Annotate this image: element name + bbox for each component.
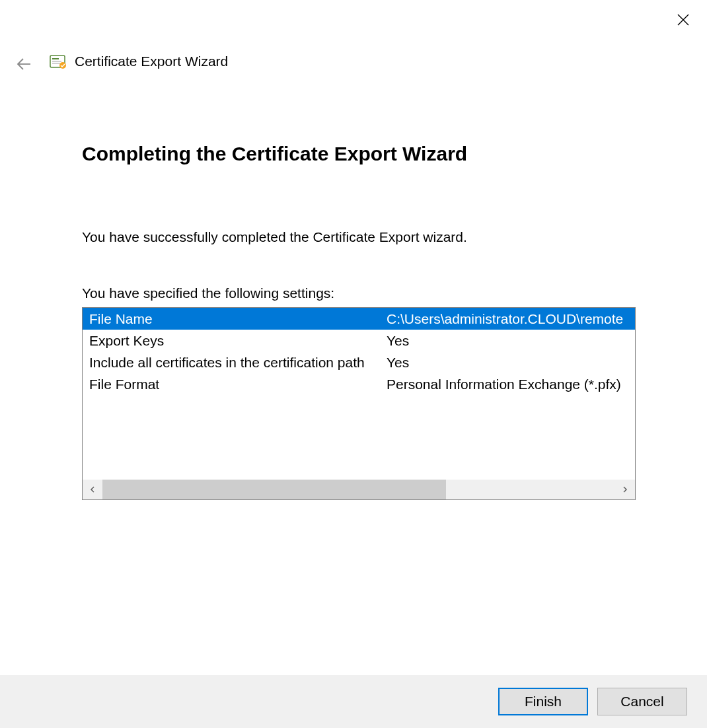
success-message: You have successfully completed the Cert… [82,229,636,245]
settings-value: Personal Information Exchange (*.pfx) [387,377,635,392]
content-area: Completing the Certificate Export Wizard… [82,142,636,500]
svg-rect-6 [52,63,60,64]
settings-row[interactable]: Export KeysYes [83,330,635,351]
settings-row[interactable]: File NameC:\Users\administrator.CLOUD\re… [83,308,635,330]
settings-label: You have specified the following setting… [82,285,636,301]
chevron-right-icon [622,486,628,493]
settings-key: File Name [83,311,387,327]
scrollbar-track[interactable] [102,480,615,499]
svg-rect-4 [52,58,59,59]
settings-key: Export Keys [83,333,387,349]
settings-value: C:\Users\administrator.CLOUD\remote [387,311,635,327]
close-icon [677,13,690,26]
settings-value: Yes [387,333,635,349]
certificate-wizard-icon [48,52,68,72]
settings-key: File Format [83,377,387,392]
scrollbar-thumb[interactable] [102,480,446,499]
chevron-left-icon [89,486,96,493]
close-button[interactable] [675,12,691,28]
wizard-title: Certificate Export Wizard [75,54,228,69]
back-arrow-icon [15,55,32,73]
settings-row[interactable]: File FormatPersonal Information Exchange… [83,373,635,395]
cancel-button[interactable]: Cancel [597,688,687,715]
finish-button[interactable]: Finish [498,688,588,715]
scroll-right-button[interactable] [615,480,635,499]
svg-rect-5 [52,61,61,62]
settings-listbox[interactable]: File NameC:\Users\administrator.CLOUD\re… [82,307,636,500]
settings-row[interactable]: Include all certificates in the certific… [83,351,635,373]
page-heading: Completing the Certificate Export Wizard [82,142,636,166]
settings-value: Yes [387,355,635,371]
footer-bar: Finish Cancel [0,675,707,728]
scroll-left-button[interactable] [83,480,102,499]
settings-key: Include all certificates in the certific… [83,355,387,371]
horizontal-scrollbar[interactable] [83,480,635,499]
back-button[interactable] [15,55,33,73]
